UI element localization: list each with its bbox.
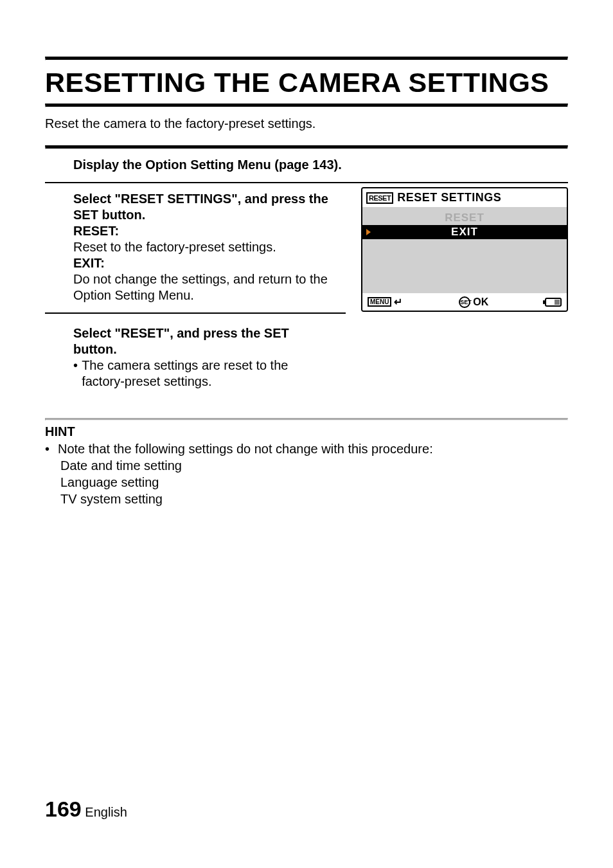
page-footer: 169 English bbox=[45, 797, 127, 822]
step-1-text: Display the Option Setting Menu (page 14… bbox=[73, 158, 342, 172]
osd-item-blank-1 bbox=[362, 239, 567, 253]
step-3: Select "RESET", and press the SET button… bbox=[45, 314, 568, 399]
page-title: RESETTING THE CAMERA SETTINGS bbox=[45, 60, 568, 104]
osd-panel: RESET RESET SETTINGS RESET EXIT MENU bbox=[361, 187, 568, 312]
step-2-reset-label: RESET: bbox=[73, 223, 346, 239]
battery-icon bbox=[545, 298, 562, 307]
step-2-instruction: Select "RESET SETTINGS", and press the S… bbox=[73, 191, 346, 223]
osd-item-exit-label: EXIT bbox=[451, 226, 478, 238]
hint-bullet-icon: • bbox=[45, 440, 58, 457]
hint-item-3: TV system setting bbox=[45, 491, 568, 507]
osd-item-reset[interactable]: RESET bbox=[362, 211, 567, 225]
osd-title: RESET SETTINGS bbox=[397, 191, 501, 204]
osd-footer: MENU ↵ SET OK bbox=[362, 293, 567, 311]
return-icon: ↵ bbox=[394, 296, 402, 308]
cursor-icon bbox=[366, 229, 371, 235]
menu-badge: MENU bbox=[368, 297, 391, 307]
osd-footer-ok[interactable]: SET OK bbox=[459, 296, 488, 308]
page-language: English bbox=[85, 805, 127, 819]
hint-item-1: Date and time setting bbox=[45, 457, 568, 474]
bullet-icon: • bbox=[73, 357, 82, 390]
page-number: 169 bbox=[45, 797, 82, 821]
step-2-exit-desc: Do not change the settings, and return t… bbox=[73, 271, 346, 303]
hint-item-2: Language setting bbox=[45, 474, 568, 491]
step-1: Display the Option Setting Menu (page 14… bbox=[45, 149, 568, 183]
osd-footer-battery bbox=[545, 298, 562, 307]
osd-item-blank-3 bbox=[362, 267, 567, 282]
osd-list: RESET EXIT bbox=[362, 207, 567, 293]
step-2-reset-desc: Reset to the factory-preset settings. bbox=[73, 239, 346, 255]
osd-item-blank-2 bbox=[362, 253, 567, 267]
hint-lead: Note that the following settings do not … bbox=[58, 440, 433, 457]
step-3-instruction: Select "RESET", and press the SET button… bbox=[73, 325, 330, 357]
osd-item-exit[interactable]: EXIT bbox=[362, 225, 567, 239]
hint-body: • Note that the following settings do no… bbox=[45, 440, 568, 507]
osd-titlebar: RESET RESET SETTINGS bbox=[362, 188, 567, 207]
step-2-exit-label: EXIT: bbox=[73, 255, 346, 271]
hint-title: HINT bbox=[45, 420, 568, 440]
osd-footer-menu[interactable]: MENU ↵ bbox=[368, 296, 402, 308]
step-3-bullet-row: • The camera settings are reset to the f… bbox=[73, 357, 330, 390]
set-badge: SET bbox=[459, 296, 470, 308]
intro-text: Reset the camera to the factory-preset s… bbox=[45, 107, 568, 145]
ok-label: OK bbox=[473, 296, 488, 308]
step-3-bullet-text: The camera settings are reset to the fac… bbox=[82, 357, 330, 390]
osd-item-reset-label: RESET bbox=[445, 212, 484, 224]
hint-lead-row: • Note that the following settings do no… bbox=[45, 440, 568, 457]
osd-reset-badge: RESET bbox=[366, 192, 393, 204]
step-2-row: Select "RESET SETTINGS", and press the S… bbox=[45, 183, 568, 314]
